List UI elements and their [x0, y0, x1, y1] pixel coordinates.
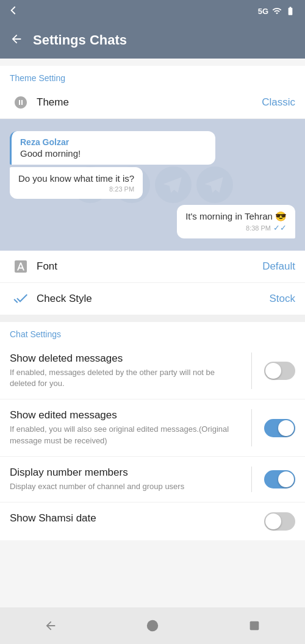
double-check-icon: ✓✓: [273, 223, 287, 232]
check-style-row[interactable]: Check Style Stock: [0, 283, 305, 315]
nav-recent-button[interactable]: [236, 614, 273, 638]
display-number-title: Display number members: [10, 467, 239, 479]
status-bar: 5G: [0, 0, 305, 22]
display-number-toggle[interactable]: [264, 470, 295, 488]
show-deleted-messages-row: Show deleted messages If enabled, messag…: [0, 343, 305, 399]
display-number-members-row: Display number members Display exact num…: [0, 457, 305, 503]
top-bar: Settings Chats: [0, 22, 305, 59]
signal-icon: [272, 6, 282, 16]
display-number-desc: Display exact number of channel and grou…: [10, 481, 239, 492]
font-value: Default: [262, 260, 295, 273]
font-row[interactable]: Font Default: [0, 251, 305, 283]
show-edited-messages-row: Show edited messages If enabled, you wil…: [0, 399, 305, 456]
message1-text: Good morning!: [20, 148, 207, 159]
show-shamsi-date-row: Show Shamsi date: [0, 503, 305, 540]
chat-settings-label: Chat Settings: [0, 322, 305, 343]
status-bar-right: 5G: [258, 6, 295, 16]
theme-row[interactable]: Theme Classic: [0, 87, 305, 119]
chat-bubble-outgoing: It's morning in Tehran 😎 8:38 PM ✓✓: [177, 205, 295, 238]
nav-back-button[interactable]: [32, 614, 69, 638]
chat-bubble-incoming: Reza Golzar Good morning!: [10, 131, 215, 165]
check-style-value: Stock: [269, 293, 295, 305]
show-edited-desc: If enabled, you will also see original e…: [10, 424, 239, 446]
svg-point-4: [147, 620, 158, 631]
navigation-arrow-icon: [10, 5, 20, 17]
theme-value: Classic: [262, 96, 295, 109]
timestamp1: 8:23 PM: [18, 185, 134, 193]
sender-name: Reza Golzar: [20, 137, 207, 147]
check-style-label: Check Style: [32, 293, 269, 305]
show-deleted-desc: If enabled, messages deleted by the othe…: [10, 367, 239, 389]
font-label: Font: [32, 260, 262, 273]
show-shamsi-toggle[interactable]: [264, 512, 295, 531]
svg-rect-5: [249, 621, 259, 631]
show-edited-title: Show edited messages: [10, 409, 239, 421]
toggle-divider-2: [251, 409, 252, 446]
message2-text: Do you know what time it is?: [18, 173, 134, 184]
content-spacer: [0, 540, 305, 607]
theme-setting-label: Theme Setting: [0, 66, 305, 87]
theme-icon: [10, 95, 32, 110]
message3-text: It's morning in Tehran 😎: [185, 211, 287, 221]
network-label: 5G: [258, 7, 268, 16]
bottom-nav: [0, 607, 305, 644]
show-deleted-title: Show deleted messages: [10, 352, 239, 365]
font-icon: [10, 259, 32, 274]
show-shamsi-title: Show Shamsi date: [10, 512, 257, 524]
show-edited-toggle[interactable]: [264, 419, 295, 437]
chat-settings-section: Chat Settings Show deleted messages If e…: [0, 322, 305, 540]
theme-label: Theme: [32, 96, 262, 109]
theme-setting-section: Theme Setting Theme Classic: [0, 66, 305, 315]
show-deleted-toggle[interactable]: [264, 362, 295, 380]
section-divider: [0, 315, 305, 322]
battery-icon: [285, 6, 295, 16]
toggle-divider-1: [251, 352, 252, 389]
check-style-icon: [10, 292, 32, 306]
page-title: Settings Chats: [33, 32, 127, 48]
toggle-divider-3: [251, 467, 252, 492]
timestamp2: 8:38 PM: [246, 224, 271, 232]
chat-preview: Reza Golzar Good morning! Do you know wh…: [0, 119, 305, 251]
nav-home-button[interactable]: [134, 614, 171, 638]
back-button[interactable]: [10, 32, 23, 48]
